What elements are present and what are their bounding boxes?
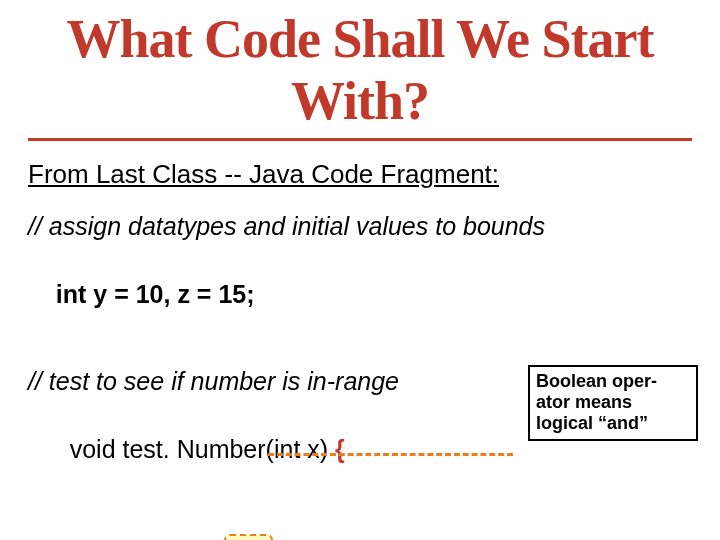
title-divider: [28, 138, 692, 141]
code-block: // assign datatypes and initial values t…: [28, 210, 692, 540]
and-operator-highlight: &&: [224, 534, 273, 540]
opening-brace: {: [335, 435, 345, 463]
if-line: if ( x <= z && x >= y ): [28, 500, 692, 540]
comment-1: // assign datatypes and initial values t…: [28, 210, 692, 244]
declaration-line: int y = 10, z = 15;: [28, 244, 692, 345]
sig-text: void test. Number(int x): [70, 435, 335, 463]
slide-title: What Code Shall We Start With?: [28, 0, 692, 138]
keyword-int: int: [56, 280, 87, 308]
connector-line: [268, 453, 513, 456]
subtitle: From Last Class -- Java Code Fragment:: [28, 159, 692, 190]
decl-body: y = 10, z = 15;: [86, 280, 254, 308]
annotation-box: Boolean oper-ator means logical “and”: [528, 365, 698, 441]
